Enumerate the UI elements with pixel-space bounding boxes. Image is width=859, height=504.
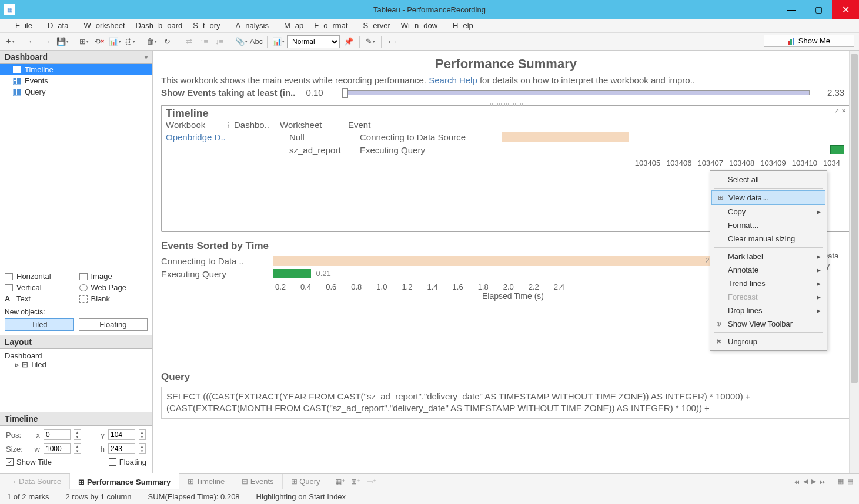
event-row[interactable]: Executing Query 0.21 <box>161 267 753 280</box>
sort-asc-icon[interactable]: ↑≡ <box>198 35 210 48</box>
slider-handle[interactable] <box>342 88 348 98</box>
clear-icon[interactable]: 🗑 <box>145 35 158 48</box>
show-filmstrip-icon[interactable]: ▤ <box>847 478 853 485</box>
data-source-tab[interactable]: ▭ Data Source <box>0 474 70 489</box>
minimize-button[interactable]: — <box>778 0 805 19</box>
object-vertical[interactable]: Vertical <box>5 283 73 292</box>
new-datasource-icon[interactable]: ⊞ <box>78 35 91 48</box>
close-button[interactable]: ✕ <box>832 0 859 19</box>
workbook-link[interactable]: Openbridge D.. <box>166 132 226 142</box>
swap-icon[interactable]: ⇄ <box>182 35 195 48</box>
show-me-button[interactable]: Show Me <box>764 35 854 47</box>
event-row[interactable]: Connecting to Data .. 2.33 <box>161 254 753 267</box>
nav-first-icon[interactable]: ⏮ <box>793 478 800 485</box>
timeline-bar[interactable] <box>830 145 844 154</box>
menu-file[interactable]: File <box>6 20 37 31</box>
dashboard-item-query[interactable]: Query <box>0 86 152 98</box>
menu-analysis[interactable]: Analysis <box>226 20 273 31</box>
menu-story[interactable]: Story <box>188 20 225 31</box>
new-dashboard-icon[interactable]: ⊞⁺ <box>351 478 360 486</box>
timeline-row[interactable]: Openbridge D.. Null Connecting to Data S… <box>166 130 846 143</box>
context-menu-item[interactable]: ⊞View data... <box>711 190 825 205</box>
nav-prev-icon[interactable]: ◀ <box>803 478 808 485</box>
remove-icon[interactable]: ✕ <box>841 107 846 114</box>
pos-x-input[interactable] <box>44 429 71 440</box>
duplicate-icon[interactable]: ⿻ <box>123 35 136 48</box>
refresh-icon[interactable]: ⟲✖ <box>93 35 106 48</box>
timeline-bar[interactable] <box>502 132 629 142</box>
sort-desc-icon[interactable]: ↓≡ <box>213 35 226 48</box>
panel-menu-icon[interactable]: ▾ <box>145 54 148 61</box>
layout-child[interactable]: ▹ ⊞ Tiled <box>5 360 148 369</box>
group-icon[interactable]: 📎 <box>235 35 248 48</box>
help-link[interactable]: Search Help <box>429 75 477 85</box>
menu-help[interactable]: Help <box>443 20 478 31</box>
expand-icon[interactable]: ↗ <box>834 107 839 114</box>
auto-update-icon[interactable]: ↻ <box>161 35 173 48</box>
object-blank[interactable]: Blank <box>79 294 148 303</box>
sheet-tab[interactable]: ⊞ Events <box>233 474 282 489</box>
object-text[interactable]: AText <box>5 294 73 303</box>
label-icon[interactable]: Abc <box>250 35 263 48</box>
context-menu-item[interactable]: Annotate▶ <box>710 263 827 277</box>
menu-dashboard[interactable]: Dashboard <box>131 20 188 31</box>
menu-format[interactable]: Format <box>309 20 352 31</box>
undo-icon[interactable]: ← <box>25 35 38 48</box>
new-worksheet-icon[interactable]: 📊 <box>108 35 121 48</box>
floating-toggle[interactable]: Floating <box>79 318 148 331</box>
object-image[interactable]: Image <box>79 272 148 281</box>
sheet-tab[interactable]: ⊞ Query <box>283 474 329 489</box>
pin-icon[interactable]: 📌 <box>342 35 355 48</box>
redo-icon[interactable]: → <box>41 35 54 48</box>
context-menu-item[interactable]: Trend lines▶ <box>710 277 827 290</box>
menu-map[interactable]: Map <box>275 20 308 31</box>
context-menu-item[interactable]: Copy▶ <box>710 205 827 219</box>
dashboard-item-timeline[interactable]: Timeline <box>0 64 152 75</box>
event-duration-slider[interactable] <box>340 88 817 98</box>
sheet-tab[interactable]: ⊞ Performance Summary <box>70 473 179 489</box>
menu-server[interactable]: Server <box>354 20 395 31</box>
pos-y-input[interactable] <box>108 429 135 440</box>
sheet-tab[interactable]: ⊞ Timeline <box>179 474 233 489</box>
event-bar[interactable] <box>273 256 720 266</box>
vertical-scrollbar[interactable] <box>849 51 859 473</box>
context-menu-item[interactable]: Select all <box>710 173 827 186</box>
new-worksheet-icon[interactable]: ▦⁺ <box>335 478 345 486</box>
maximize-button[interactable]: ▢ <box>805 0 832 19</box>
size-w-input[interactable] <box>44 443 71 454</box>
show-title-checkbox[interactable]: ✓Show Title <box>6 458 52 466</box>
menu-data[interactable]: Data <box>38 20 73 31</box>
scrollbar-thumb[interactable] <box>851 54 858 383</box>
show-tabs-icon[interactable]: ▦ <box>838 478 844 485</box>
event-bar[interactable] <box>273 269 311 278</box>
spinner[interactable]: ▲▼ <box>74 429 81 440</box>
size-h-input[interactable] <box>108 443 135 454</box>
context-menu-item[interactable]: ⊕Show View Toolbar <box>710 317 827 331</box>
menu-worksheet[interactable]: Worksheet <box>74 20 129 31</box>
layout-root[interactable]: Dashboard <box>5 351 148 360</box>
spinner[interactable]: ▲▼ <box>139 443 146 454</box>
dashboard-item-events[interactable]: Events <box>0 75 152 86</box>
context-menu-item[interactable]: Format... <box>710 219 827 232</box>
tiled-toggle[interactable]: Tiled <box>5 318 74 331</box>
new-story-icon[interactable]: ▭⁺ <box>366 478 376 486</box>
object-horizontal[interactable]: Horizontal <box>5 272 73 281</box>
fit-mode-select[interactable]: Normal <box>287 35 340 48</box>
object-webpage[interactable]: Web Page <box>79 283 148 292</box>
nav-next-icon[interactable]: ▶ <box>811 478 816 485</box>
timeline-row[interactable]: sz_ad_report Executing Query <box>166 143 846 156</box>
context-menu-item[interactable]: ✖Ungroup <box>710 335 827 348</box>
context-menu-item[interactable]: Clear manual sizing <box>710 232 827 246</box>
nav-last-icon[interactable]: ⏭ <box>820 478 826 485</box>
spinner[interactable]: ▲▼ <box>139 429 146 440</box>
spinner[interactable]: ▲▼ <box>74 443 81 454</box>
highlight-icon[interactable]: ✎ <box>364 35 377 48</box>
floating-checkbox[interactable]: Floating <box>109 458 146 466</box>
connect-icon[interactable]: ✦ <box>4 35 16 48</box>
menu-window[interactable]: Window <box>396 20 442 31</box>
context-menu-item[interactable]: Drop lines▶ <box>710 304 827 317</box>
save-icon[interactable]: 💾 <box>56 35 69 48</box>
view-icon[interactable]: 📊 <box>272 35 285 48</box>
context-menu-item[interactable]: Mark label▶ <box>710 250 827 263</box>
presentation-icon[interactable]: ▭ <box>386 35 399 48</box>
